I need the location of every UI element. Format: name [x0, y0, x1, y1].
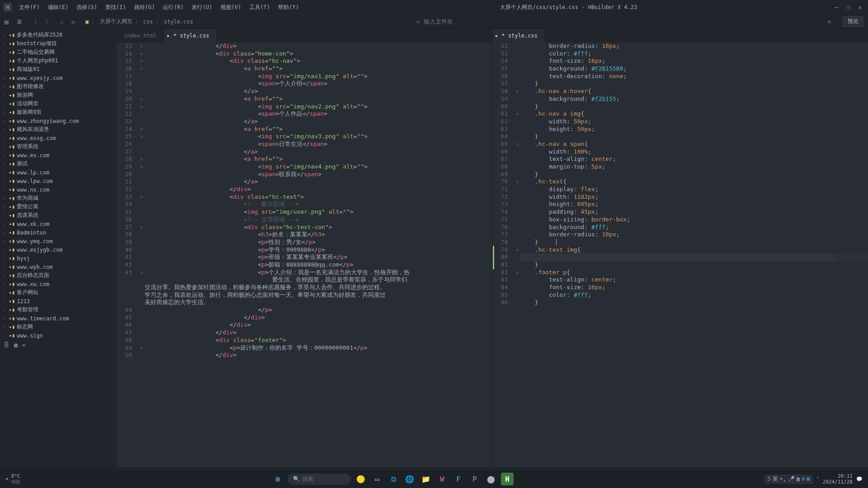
- chevron-right-icon: ›: [3, 196, 7, 201]
- tree-item[interactable]: ›▸▮旅游网: [0, 91, 117, 99]
- menu-view[interactable]: 视图(V): [217, 2, 245, 13]
- tree-item[interactable]: ›▸▮www.xw.com: [0, 280, 117, 288]
- tree-item[interactable]: ›▸▮华为商城: [0, 194, 117, 202]
- tree-item[interactable]: ›▸▮后台静态页面: [0, 271, 117, 280]
- tree-item[interactable]: ›▸▮个人网页php001: [0, 56, 117, 65]
- minimize-icon[interactable]: ─: [835, 4, 839, 11]
- play-icon[interactable]: ▷: [72, 18, 75, 25]
- tree-item[interactable]: ›▸▮www.wyb.com: [0, 263, 117, 271]
- menu-find[interactable]: 查找(I): [102, 2, 130, 13]
- folder-icon: ▸▮: [9, 41, 15, 47]
- tree-item[interactable]: ›▸▮活动网页: [0, 99, 117, 108]
- tree-label: 考勤管理: [17, 306, 38, 314]
- tree-item[interactable]: ›▸▮考勤管理: [0, 305, 117, 314]
- copilot-icon[interactable]: 🟡: [354, 473, 367, 485]
- star-icon[interactable]: ☆: [60, 18, 63, 25]
- figma-icon[interactable]: F: [452, 473, 465, 485]
- file-search-input[interactable]: [424, 18, 604, 25]
- tray-chevron-icon[interactable]: ˄: [816, 476, 819, 482]
- explorer-icon[interactable]: 📁: [420, 473, 432, 485]
- ime-indicator[interactable]: S英•, 🎤▦ ☺⊞: [764, 474, 812, 484]
- menu-tool[interactable]: 工具(T): [246, 2, 274, 13]
- menu-goto[interactable]: 跳转(G): [131, 2, 159, 13]
- maximize-icon[interactable]: ❐: [846, 4, 850, 11]
- taskbar-search[interactable]: 🔍 搜索: [288, 474, 351, 485]
- tab-style-css-right[interactable]: * style.css: [493, 29, 545, 42]
- clock[interactable]: 20:11 2024/11/28: [823, 473, 853, 485]
- tree-item[interactable]: ›▸▮www.sign: [0, 331, 117, 340]
- menu-run[interactable]: 运行(R): [159, 2, 187, 13]
- tab-style-css[interactable]: * style.css: [164, 29, 217, 42]
- taskview-icon[interactable]: ▭: [371, 473, 383, 485]
- link-icon[interactable]: ∞: [22, 342, 26, 348]
- code-area-right[interactable]: 5253545556575859606162636465666768697071…: [493, 42, 868, 467]
- tree-item[interactable]: ›▸▮多多鱼代码库2528: [0, 31, 117, 39]
- breadcrumb-item[interactable]: style.css: [164, 19, 193, 25]
- menu-edit[interactable]: 编辑(E): [44, 2, 72, 13]
- close-icon[interactable]: ✕: [858, 4, 862, 11]
- start-button[interactable]: ⊞: [271, 473, 284, 485]
- menu-publish[interactable]: 发行(U): [188, 2, 216, 13]
- tree-item[interactable]: ›▸▮客户网站: [0, 288, 117, 297]
- menu-file[interactable]: 文件(F): [15, 2, 43, 13]
- code-area-left[interactable]: 1314151617181920212223242526272829303132…: [117, 42, 492, 467]
- minimap-left[interactable]: [461, 56, 492, 467]
- sidebar[interactable]: ›▸▮多多鱼代码库2528›▸▮bootstrap项目›▸▮二手物品交易网›▸▮…: [0, 29, 117, 467]
- tree-item[interactable]: ›▸▮www.esxg.com: [0, 134, 117, 142]
- tree-label: 管理系统: [17, 143, 38, 150]
- tree-item[interactable]: ›▸▮bootstrap项目: [0, 39, 117, 48]
- tree-item[interactable]: ›▸▮www.xk.com: [0, 220, 117, 228]
- tree-item[interactable]: ›▸▮www.ymq.com: [0, 237, 117, 245]
- editor-pane-right: * style.css 5253545556575859606162636465…: [493, 29, 868, 467]
- tree-item[interactable]: ›▸▮www.timecard.com: [0, 314, 117, 323]
- tree-item[interactable]: ›▸▮www.lp.com: [0, 168, 117, 177]
- tree-item[interactable]: ›▸▮www.es.com: [0, 151, 117, 160]
- vscode-icon[interactable]: ⧉: [387, 473, 400, 485]
- tree-item[interactable]: ›▸▮标志网: [0, 323, 117, 331]
- tree-item[interactable]: ›▸▮www.lpw.com: [0, 177, 117, 185]
- back-icon[interactable]: 〈: [31, 18, 37, 26]
- notification-icon[interactable]: 💬: [856, 476, 863, 482]
- tree-item[interactable]: ›▸▮www.esjygb.com: [0, 245, 117, 254]
- tree-item[interactable]: ›▸▮www.zhongyiwang.com: [0, 117, 117, 125]
- tree-item[interactable]: ›▸▮bysj: [0, 254, 117, 263]
- tree-item[interactable]: ›▸▮www.ns.com: [0, 185, 117, 194]
- menu-help[interactable]: 帮助(Y): [274, 2, 302, 13]
- filter-icon[interactable]: ⚙: [828, 19, 831, 25]
- preview-button[interactable]: 预览: [843, 16, 863, 27]
- minimap-right[interactable]: [836, 56, 868, 467]
- pixso-icon[interactable]: P: [468, 473, 481, 485]
- chevron-right-icon: ›: [3, 33, 7, 38]
- chrome-icon[interactable]: 🌐: [403, 473, 416, 485]
- tree-label: 华为商城: [17, 194, 38, 202]
- app-icon-1[interactable]: ⬤: [485, 473, 497, 485]
- hbuilder-icon[interactable]: H: [501, 473, 514, 485]
- grid-icon[interactable]: ▦: [14, 342, 18, 348]
- weather-widget[interactable]: ☀ 8°C 晴朗: [5, 473, 20, 485]
- tree-item[interactable]: ›▸▮图书馆修改: [0, 82, 117, 91]
- tree-item[interactable]: ›▸▮选课系统: [0, 211, 117, 220]
- tree-item[interactable]: ›▸▮服装网9页: [0, 108, 117, 117]
- tree-item[interactable]: ›▸▮商城版01: [0, 65, 117, 74]
- goto-file-icon[interactable]: ⇱: [416, 19, 420, 25]
- folder-icon: ▸▮: [9, 230, 15, 235]
- tree-item[interactable]: ›▸▮Badminton: [0, 228, 117, 237]
- db-icon[interactable]: 🗄: [4, 342, 9, 348]
- menu-select[interactable]: 选择(S): [73, 2, 101, 13]
- save-icon[interactable]: 🗎: [16, 18, 23, 25]
- breadcrumb-item[interactable]: 大屏个人网页: [100, 18, 132, 25]
- wps-icon[interactable]: W: [436, 473, 448, 485]
- weather-icon: ☀: [5, 476, 9, 482]
- new-file-icon[interactable]: ▤: [5, 18, 8, 25]
- tree-item[interactable]: ›▸▮1213: [0, 297, 117, 305]
- tab-index-html[interactable]: index.html: [117, 29, 164, 42]
- tree-item[interactable]: ›▸▮飓风坏淌滇垦: [0, 125, 117, 134]
- tree-item[interactable]: ›▸▮爱情公寓: [0, 202, 117, 211]
- tree-item[interactable]: ›▸▮二手物品交易网: [0, 48, 117, 56]
- breadcrumb-item[interactable]: css: [143, 19, 153, 25]
- tree-item[interactable]: ›▸▮测试: [0, 160, 117, 168]
- forward-icon[interactable]: 〉: [45, 18, 52, 26]
- tree-label: www.wyb.com: [17, 264, 52, 270]
- tree-item[interactable]: ›▸▮www.xyesjy.com: [0, 74, 117, 82]
- tree-item[interactable]: ›▸▮管理系统: [0, 142, 117, 151]
